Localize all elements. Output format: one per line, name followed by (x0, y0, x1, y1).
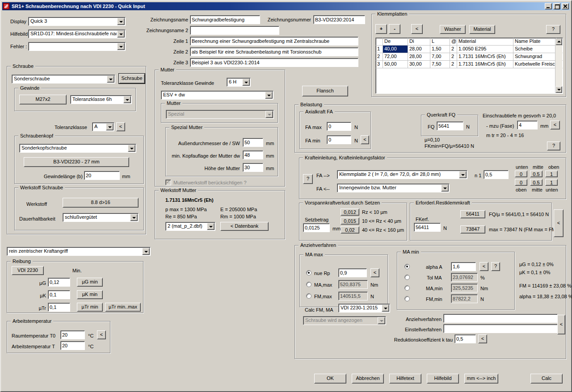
reduktionskoeffizient-more-button[interactable]: < (478, 334, 487, 343)
table-row[interactable]: 1 40,00 28,00 1,50 2 1.0050 E295 Scheibe (376, 46, 563, 53)
fm-max-radio[interactable] (306, 293, 311, 299)
reduktionskoeffizient-input[interactable] (454, 334, 476, 343)
kopfauflage-input[interactable] (243, 150, 263, 159)
table-row[interactable]: 2 72,00 28,00 7,00 2 1.7131 16MnCr5 (Eh)… (376, 53, 563, 61)
hilfebild-select[interactable]: SR1D-017: Mindest-Einschraubtiefe nach (28, 29, 126, 38)
remove-plate-button[interactable]: - (389, 24, 400, 34)
abbrechen-button[interactable]: Abbrechen (352, 374, 384, 384)
axialkraft-more-button[interactable]: < (361, 135, 369, 144)
fkerf-suggest2-button[interactable]: 73847 (460, 225, 485, 234)
kraftangriff-select[interactable]: rein zentrischer Kraftangriff (7, 247, 151, 256)
toleranzklasse-more-button[interactable]: < (116, 122, 125, 131)
n2-preset-0-button[interactable]: 0 (515, 179, 527, 186)
chevron-down-icon[interactable] (207, 223, 214, 230)
scroll-down-icon[interactable] (555, 86, 562, 93)
hilfebild-button[interactable]: Hilfebild (427, 374, 459, 384)
nue-rp-radio[interactable] (306, 270, 311, 275)
fkerf-suggest1-button[interactable]: 56411 (460, 210, 485, 218)
setzbetrag-option1-button[interactable]: 0,012 (341, 209, 359, 216)
setzbetrag-option2-button[interactable]: 0,015 (341, 217, 359, 225)
n1-input[interactable] (484, 170, 509, 179)
klemmplatten-table[interactable]: De Di L @ Material Name Plate 1 40,00 28… (375, 38, 563, 94)
nue-rp-input[interactable] (338, 268, 367, 277)
washer-button[interactable]: Washer (440, 25, 466, 34)
gewinde-size-button[interactable]: M27x2 (19, 95, 67, 104)
material-db-select[interactable]: 2 (mat_p_2.dbf) (165, 222, 215, 231)
hoehe-mutter-input[interactable] (243, 163, 263, 172)
zeichnungsname-input[interactable] (190, 15, 260, 24)
alpha-a-more-button[interactable]: < (479, 262, 488, 271)
chevron-down-icon[interactable] (130, 214, 138, 221)
maximize-icon[interactable] (553, 3, 560, 9)
zeile1-input[interactable] (190, 37, 358, 46)
titlebar[interactable]: SR1+ Schraubenberechnung nach VDI 2230 -… (2, 2, 570, 10)
zeichnungsnummer-input[interactable] (313, 15, 365, 24)
fq-input[interactable] (437, 121, 463, 130)
anziehverfahren-more-button[interactable]: < (557, 315, 565, 334)
close-icon[interactable] (562, 3, 569, 9)
einstellverfahren-input[interactable] (443, 324, 558, 333)
chevron-down-icon[interactable] (265, 92, 273, 99)
mutr-input[interactable] (48, 303, 70, 312)
chevron-down-icon[interactable] (106, 123, 114, 130)
minimize-icon[interactable] (545, 3, 552, 9)
setzbetrag-input[interactable] (303, 223, 330, 232)
chevron-down-icon[interactable] (117, 30, 125, 38)
fkerf-input[interactable] (414, 223, 441, 232)
ma-min-radio[interactable] (404, 285, 410, 291)
mug-input[interactable] (48, 278, 70, 287)
n1-preset-1-button[interactable]: 1 (545, 171, 558, 177)
n1-preset-05-button[interactable]: 0.5 (530, 171, 543, 177)
dauerhaltbarkeit-select[interactable]: schlußvergütet (63, 213, 139, 222)
chevron-down-icon[interactable] (242, 79, 250, 86)
chevron-down-icon[interactable] (459, 171, 467, 178)
klemmplatten-help-button[interactable]: ? (546, 25, 560, 34)
add-plate-button[interactable]: + (375, 24, 387, 34)
esv-select[interactable]: ESV + dw (161, 91, 273, 100)
werkstoff-button[interactable]: 8.8 d>16 (63, 198, 139, 208)
ok-button[interactable]: OK (314, 374, 346, 384)
setzbetrag-option3-button[interactable]: 0,02 (341, 226, 359, 234)
toleranzklasse-select[interactable]: A (92, 122, 114, 131)
temperatur-more-button[interactable]: < (97, 330, 106, 339)
mutr-minmax-button[interactable]: µTr min..max (105, 303, 141, 312)
calc-fm-ma-select[interactable]: VDI 2230-1:2015 (338, 304, 390, 313)
fa-out-select[interactable]: Innengewinde bzw. Mutter (337, 183, 450, 192)
mm-inch-button[interactable]: mm <--> inch (464, 374, 498, 384)
mzu-more-button[interactable]: < (550, 121, 560, 129)
alpha-a-input[interactable] (451, 262, 476, 271)
schraube-type-select[interactable]: Sonderschraube (12, 75, 115, 83)
vdi2230-button[interactable]: VDI 2230 (12, 266, 44, 275)
mzu-input[interactable] (517, 121, 538, 129)
hilfetext-button[interactable]: Hilfetext (389, 374, 421, 384)
chevron-down-icon[interactable] (441, 184, 449, 192)
alpha-a-help-button[interactable]: ? (491, 262, 500, 271)
schraube-button[interactable]: Schraube (119, 74, 145, 83)
table-scrollbar[interactable] (555, 38, 562, 93)
chevron-down-icon[interactable] (128, 145, 135, 152)
plate-back-button[interactable]: < (411, 24, 423, 34)
alpha-a-radio[interactable] (404, 264, 410, 269)
fehler-select[interactable] (28, 42, 126, 51)
arbeitstemperatur-input[interactable] (60, 341, 85, 350)
material-button[interactable]: Material (469, 25, 495, 34)
gewindelaenge-input[interactable] (84, 171, 120, 180)
tol-ma-radio[interactable] (404, 275, 410, 280)
toleranzklasse-gewinde-select[interactable]: 6 H (227, 78, 251, 87)
zeile2-input[interactable] (190, 47, 358, 56)
famin-input[interactable] (327, 135, 351, 144)
mug-min-button[interactable]: µG min (77, 278, 103, 287)
n2-preset-1-button[interactable]: 1 (545, 179, 558, 186)
famax-input[interactable] (327, 122, 351, 131)
datenbank-button[interactable]: < Datenbank (220, 222, 269, 231)
ma-max-radio[interactable] (306, 282, 311, 287)
anziehverfahren-input[interactable] (443, 314, 558, 323)
muk-input[interactable] (48, 290, 70, 299)
calc-button[interactable]: Calc (530, 374, 563, 384)
zeile3-input[interactable] (190, 58, 358, 67)
aussendurchmesser-input[interactable] (243, 138, 263, 147)
fm-min-radio[interactable] (404, 296, 410, 301)
n2-preset-05-button[interactable]: 0.5 (530, 179, 543, 186)
mutr-min-button[interactable]: µTr min (77, 303, 103, 312)
flansch-button[interactable]: Flansch (302, 86, 348, 96)
